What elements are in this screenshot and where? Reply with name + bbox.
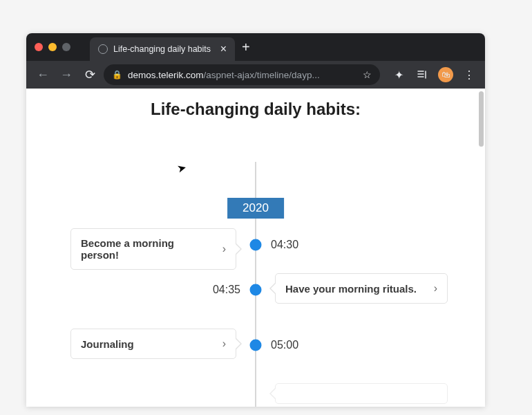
timeline-card-title: Journaling [81, 338, 134, 350]
url-host: demos.telerik.com [128, 70, 204, 80]
menu-icon[interactable]: ⋮ [460, 66, 478, 84]
chevron-right-icon: › [222, 243, 226, 255]
toolbar-actions: ✦ 🛍 ⋮ [390, 66, 478, 84]
reading-list-icon[interactable] [413, 66, 431, 84]
forward-button[interactable]: → [57, 65, 76, 84]
timeline-dot [250, 239, 262, 251]
back-button[interactable]: ← [33, 65, 53, 84]
browser-tab[interactable]: Life-changing daily habits × [90, 37, 235, 61]
timeline-flag: 2020 [227, 198, 284, 219]
timeline-time: 05:00 [271, 339, 298, 351]
timeline-time: 04:30 [271, 239, 298, 251]
reload-button[interactable]: ⟳ [80, 65, 99, 84]
timeline-dot [250, 340, 262, 351]
timeline-card[interactable]: Journaling › [70, 329, 236, 359]
minimize-window-button[interactable] [48, 43, 57, 51]
timeline-card-title: Become a morning person! [81, 237, 214, 261]
toolbar: ← → ⟳ 🔒 demos.telerik.com/aspnet-ajax/ti… [26, 61, 485, 89]
page-title: Life-changing daily habits: [26, 100, 485, 119]
browser-window: Life-changing daily habits × + ← → ⟳ 🔒 d… [26, 33, 485, 407]
timeline: 2020 04:30 Become a morning person! › 04… [26, 162, 485, 407]
close-window-button[interactable] [35, 43, 43, 51]
profile-extension-icon[interactable]: 🛍 [437, 66, 455, 84]
new-tab-button[interactable]: + [242, 39, 250, 55]
timeline-dot [250, 284, 262, 296]
window-controls [35, 43, 70, 51]
timeline-card[interactable] [275, 383, 448, 404]
url-text: demos.telerik.com/aspnet-ajax/timeline/d… [128, 70, 320, 80]
titlebar: Life-changing daily habits × + [26, 33, 485, 61]
timeline-card[interactable]: Have your morning rituals. › [275, 273, 448, 304]
chevron-right-icon: › [222, 338, 226, 350]
timeline-card[interactable]: Become a morning person! › [70, 228, 236, 270]
tab-title: Life-changing daily habits [113, 44, 215, 54]
close-tab-icon[interactable]: × [220, 44, 227, 55]
url-path: /aspnet-ajax/timeline/dayp... [204, 70, 320, 80]
maximize-window-button[interactable] [62, 43, 70, 51]
chevron-right-icon: › [434, 282, 437, 295]
address-bar[interactable]: 🔒 demos.telerik.com/aspnet-ajax/timeline… [104, 64, 380, 85]
extensions-icon[interactable]: ✦ [390, 66, 408, 84]
timeline-time: 04:35 [213, 284, 240, 296]
lock-icon: 🔒 [112, 70, 122, 80]
scrollbar[interactable] [479, 91, 484, 147]
timeline-card-title: Have your morning rituals. [285, 283, 417, 295]
globe-icon [98, 44, 108, 54]
star-icon[interactable]: ☆ [363, 69, 372, 80]
page-viewport: ➤ Life-changing daily habits: 2020 04:30… [26, 89, 485, 407]
